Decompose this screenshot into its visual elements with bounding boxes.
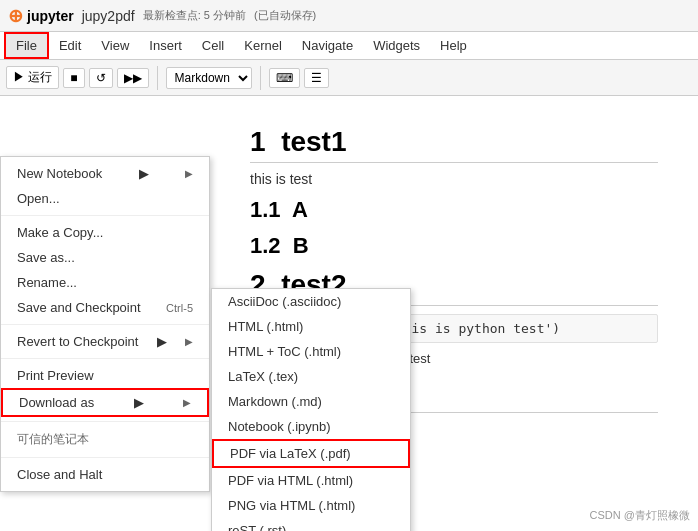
main-area: New Notebook ▶ Open... Make a Copy... Sa… [0,96,698,531]
run-all-button[interactable]: ▶▶ [117,68,149,88]
new-notebook-label: New Notebook [17,166,102,181]
rename-label: Rename... [17,275,77,290]
download-as-item[interactable]: Download as ▶ [1,388,209,417]
save-as-item[interactable]: Save as... [1,245,209,270]
close-halt-label: Close and Halt [17,467,102,482]
toolbar: ▶ 运行 ■ ↺ ▶▶ Markdown Code Raw ⌨ ☰ [0,60,698,96]
download-as-arrow: ▶ [134,395,144,410]
file-menu-section-1: New Notebook ▶ Open... [1,157,209,216]
trusted-notebook-label: 可信的笔记本 [17,431,89,448]
print-preview-label: Print Preview [17,368,94,383]
file-menu-section-3: Revert to Checkpoint ▶ [1,325,209,359]
download-png-html[interactable]: PNG via HTML (.html) [212,493,410,518]
file-menu-section-2: Make a Copy... Save as... Rename... Save… [1,216,209,325]
download-as-label: Download as [19,395,94,410]
download-rst[interactable]: reST (.rst) [212,518,410,531]
save-status: 最新检查点: 5 分钟前 [143,8,246,23]
menu-kernel[interactable]: Kernel [234,34,292,57]
menu-widgets[interactable]: Widgets [363,34,430,57]
heading-1: 1 test1 [250,126,658,163]
new-notebook-item[interactable]: New Notebook ▶ [1,161,209,186]
file-menu-section-6: Close and Halt [1,458,209,491]
cell-type-selector[interactable]: Markdown Code Raw [166,67,252,89]
menu-file[interactable]: File [4,32,49,59]
menu-edit[interactable]: Edit [49,34,91,57]
make-copy-item[interactable]: Make a Copy... [1,220,209,245]
menu-bar: File Edit View Insert Cell Kernel Naviga… [0,32,698,60]
download-markdown[interactable]: Markdown (.md) [212,389,410,414]
menu-help[interactable]: Help [430,34,477,57]
menu-navigate[interactable]: Navigate [292,34,363,57]
trusted-notebook-item[interactable]: 可信的笔记本 [1,426,209,453]
toolbar-separator [157,66,158,90]
rename-item[interactable]: Rename... [1,270,209,295]
new-notebook-arrow: ▶ [139,166,149,181]
stop-button[interactable]: ■ [63,68,84,88]
app-name: jupyter [27,8,74,24]
download-pdf-html[interactable]: PDF via HTML (.html) [212,468,410,493]
toolbar-separator-2 [260,66,261,90]
save-checkpoint-shortcut: Ctrl-5 [166,302,193,314]
jupyter-logo: ⊕ jupyter [8,5,74,27]
open-label: Open... [17,191,60,206]
file-dropdown: New Notebook ▶ Open... Make a Copy... Sa… [0,156,210,492]
para-1: this is test [250,171,658,187]
run-button[interactable]: ▶ 运行 [6,66,59,89]
revert-checkpoint-label: Revert to Checkpoint [17,334,138,349]
download-html-toc[interactable]: HTML + ToC (.html) [212,339,410,364]
restart-button[interactable]: ↺ [89,68,113,88]
notebook-title[interactable]: jupy2pdf [82,8,135,24]
download-asciidoc[interactable]: AsciiDoc (.asciidoc) [212,289,410,314]
revert-checkpoint-item[interactable]: Revert to Checkpoint ▶ [1,329,209,354]
menu-insert[interactable]: Insert [139,34,192,57]
revert-arrow: ▶ [157,334,167,349]
menu-view[interactable]: View [91,34,139,57]
download-pdf-latex[interactable]: PDF via LaTeX (.pdf) [212,439,410,468]
cell-toolbar-button[interactable]: ☰ [304,68,329,88]
keyboard-shortcuts-button[interactable]: ⌨ [269,68,300,88]
download-submenu: AsciiDoc (.asciidoc) HTML (.html) HTML +… [211,288,411,531]
open-item[interactable]: Open... [1,186,209,211]
watermark: CSDN @青灯照橡微 [590,508,690,523]
download-html[interactable]: HTML (.html) [212,314,410,339]
make-copy-label: Make a Copy... [17,225,103,240]
close-halt-item[interactable]: Close and Halt [1,462,209,487]
download-notebook[interactable]: Notebook (.ipynb) [212,414,410,439]
download-latex[interactable]: LaTeX (.tex) [212,364,410,389]
download-as-wrapper: Download as ▶ AsciiDoc (.asciidoc) HTML … [1,388,209,417]
heading-1-1: 1.1 A [250,197,658,223]
save-checkpoint-label: Save and Checkpoint [17,300,141,315]
file-menu-section-5: 可信的笔记本 [1,422,209,458]
menu-cell[interactable]: Cell [192,34,234,57]
jupyter-icon: ⊕ [8,5,23,27]
save-checkpoint-item[interactable]: Save and Checkpoint Ctrl-5 [1,295,209,320]
auto-save-status: (已自动保存) [254,8,316,23]
heading-1-2: 1.2 B [250,233,658,259]
file-menu-section-4: Print Preview Download as ▶ AsciiDoc (.a… [1,359,209,422]
print-preview-item[interactable]: Print Preview [1,363,209,388]
top-bar: ⊕ jupyter jupy2pdf 最新检查点: 5 分钟前 (已自动保存) [0,0,698,32]
save-as-label: Save as... [17,250,75,265]
